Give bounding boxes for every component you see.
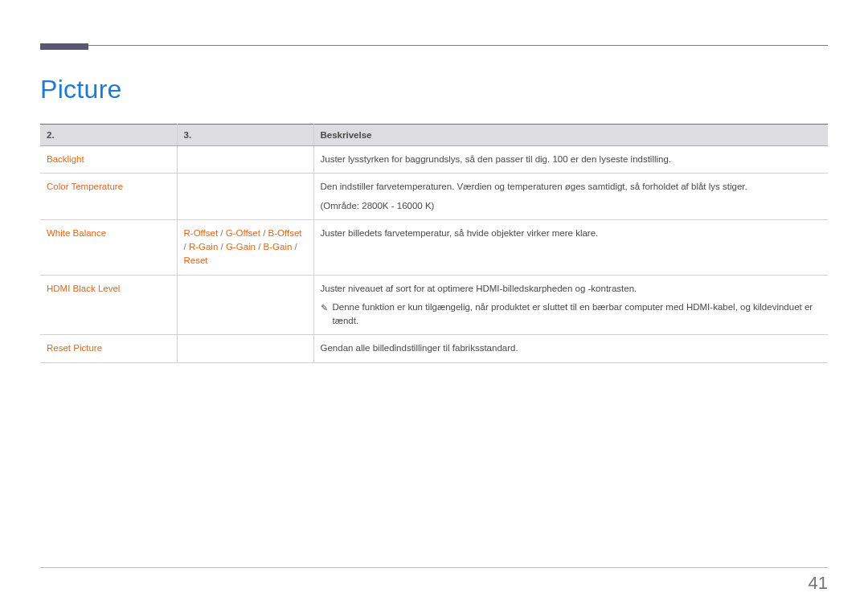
table-header-col3: Beskrivelse: [313, 125, 828, 146]
option-g-offset: G-Offset: [226, 228, 260, 238]
table-header-col2: 3.: [177, 125, 313, 146]
pencil-icon: ✎: [321, 301, 329, 315]
table-row: Color Temperature Den indstiller farvete…: [40, 174, 828, 220]
setting-label-color-temperature: Color Temperature: [47, 182, 123, 191]
table-row: White Balance R-Offset / G-Offset / B-Of…: [40, 219, 828, 275]
table-header-col1: 2.: [40, 125, 177, 146]
setting-label-backlight: Backlight: [47, 154, 84, 164]
option-r-gain: R-Gain: [189, 242, 218, 251]
setting-desc: Juster billedets farvetemperatur, så hvi…: [313, 219, 828, 275]
option-reset: Reset: [184, 255, 208, 265]
option-g-gain: G-Gain: [226, 242, 256, 251]
setting-desc: Den indstiller farvetemperaturen. Værdie…: [321, 180, 822, 194]
option-b-offset: B-Offset: [268, 228, 302, 238]
option-r-offset: R-Offset: [184, 228, 219, 238]
setting-desc: Juster lysstyrken for baggrundslys, så d…: [313, 146, 828, 174]
table-row: Backlight Juster lysstyrken for baggrund…: [40, 146, 828, 174]
table-row: Reset Picture Gendan alle billedindstill…: [40, 335, 828, 362]
footer-rule: [40, 567, 828, 568]
option-b-gain: B-Gain: [264, 242, 293, 251]
table-row: HDMI Black Level Juster niveauet af sort…: [40, 275, 828, 335]
page-number: 41: [809, 573, 828, 594]
setting-note: Denne funktion er kun tilgængelig, når p…: [333, 300, 822, 329]
settings-table: 2. 3. Beskrivelse Backlight Juster lysst…: [40, 124, 828, 363]
setting-desc-range: (Område: 2800K - 16000 K): [321, 199, 822, 213]
setting-desc: Juster niveauet af sort for at optimere …: [321, 282, 822, 296]
setting-label-reset-picture: Reset Picture: [47, 343, 102, 353]
setting-label-hdmi-black-level: HDMI Black Level: [47, 284, 120, 293]
setting-label-white-balance: White Balance: [47, 228, 106, 238]
header-accent-bar: [40, 43, 88, 50]
page-title: Picture: [40, 75, 828, 104]
setting-desc: Gendan alle billedindstillinger til fabr…: [313, 335, 828, 362]
